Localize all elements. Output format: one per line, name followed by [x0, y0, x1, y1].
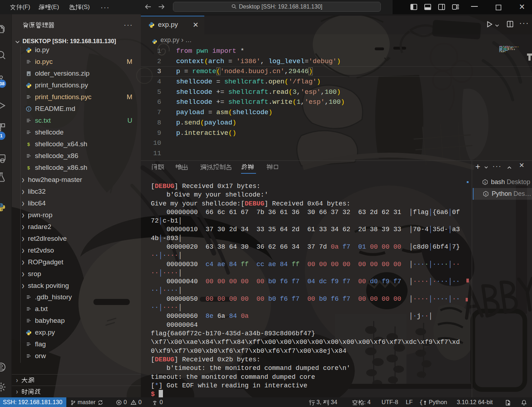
- svg-text:$: $: [485, 193, 486, 196]
- svg-text:$: $: [27, 166, 30, 171]
- svg-text:$: $: [27, 142, 30, 147]
- svg-text:$: $: [484, 181, 486, 184]
